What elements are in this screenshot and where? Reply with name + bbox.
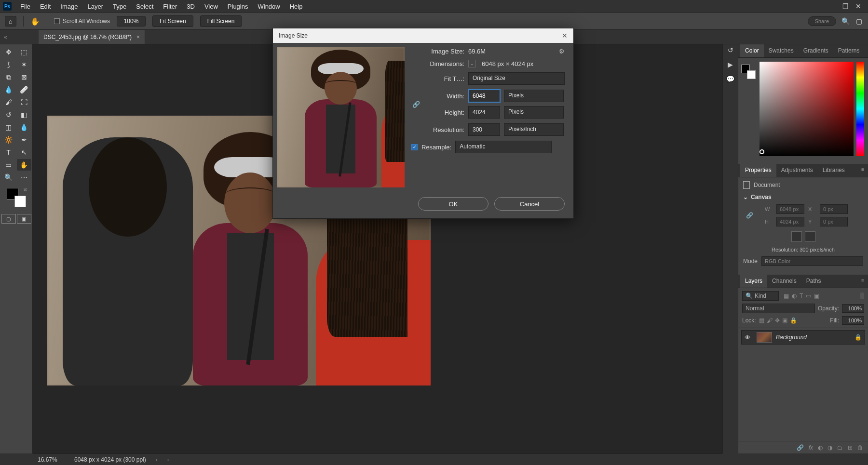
new-layer-icon[interactable]: ⊞ <box>848 444 853 451</box>
lock-paint-icon[interactable]: 🖌 <box>767 317 773 324</box>
panel-menu-icon[interactable]: ≡ <box>864 44 868 57</box>
history-brush-tool[interactable]: ↺ <box>1 109 16 120</box>
menu-layer[interactable]: Layer <box>83 1 108 12</box>
link-layers-icon[interactable]: 🔗 <box>797 444 804 451</box>
canvas-section-toggle[interactable]: ⌄ Canvas <box>743 194 863 200</box>
menu-image[interactable]: Image <box>55 1 82 12</box>
hand-tool[interactable]: ✋ <box>17 159 31 171</box>
hue-slider[interactable] <box>856 62 864 156</box>
menu-file[interactable]: File <box>15 1 35 12</box>
color-panel-swatches[interactable] <box>741 65 756 79</box>
width-unit-select[interactable]: Pixels <box>504 90 564 102</box>
tab-libraries[interactable]: Libraries <box>818 164 850 177</box>
lock-position-icon[interactable]: ✥ <box>775 317 780 324</box>
healing-tool[interactable]: 🩹 <box>17 84 31 95</box>
pen-tool[interactable]: ✒ <box>17 134 31 146</box>
dimensions-unit-toggle[interactable]: ⌄ <box>468 60 476 67</box>
layer-style-icon[interactable]: fx <box>809 444 813 451</box>
maximize-icon[interactable]: ❐ <box>842 2 849 10</box>
menu-3d[interactable]: 3D <box>182 1 200 12</box>
home-button[interactable]: ⌂ <box>5 16 16 27</box>
filter-adjust-icon[interactable]: ◐ <box>792 292 797 299</box>
standard-mode-icon[interactable]: ▢ <box>1 214 16 224</box>
crop-tool[interactable]: ⧉ <box>1 71 16 83</box>
adjustment-layer-icon[interactable]: ◑ <box>827 444 832 451</box>
scroll-all-windows-checkbox[interactable]: Scroll All Windows <box>54 18 110 25</box>
dialog-close-icon[interactable]: ✕ <box>562 32 568 40</box>
fit-screen-button[interactable]: Fit Screen <box>152 15 193 27</box>
dialog-preview[interactable] <box>277 47 405 187</box>
tab-swatches[interactable]: Swatches <box>764 44 799 57</box>
color-mode-select[interactable]: RGB Color <box>761 256 863 266</box>
frame-tool[interactable]: ⊠ <box>17 71 31 83</box>
zoom-tool[interactable]: 🔍 <box>1 172 16 183</box>
menu-edit[interactable]: Edit <box>35 1 55 12</box>
menu-help[interactable]: Help <box>285 1 308 12</box>
background-color[interactable] <box>14 196 26 207</box>
fill-field[interactable] <box>842 316 864 325</box>
link-wh-icon[interactable]: 🔗 <box>746 212 753 219</box>
status-doc-info[interactable]: 6048 px x 4024 px (300 ppi) <box>74 456 146 463</box>
move-tool[interactable]: ✥ <box>1 46 16 58</box>
tab-properties[interactable]: Properties <box>740 164 776 177</box>
chevron-right-icon[interactable]: › <box>156 456 158 463</box>
menu-plugins[interactable]: Plugins <box>223 1 253 12</box>
width-input[interactable] <box>468 90 500 102</box>
marquee-tool[interactable]: ⬚ <box>17 46 31 58</box>
document-tab[interactable]: DSC_2453.jpg @ 16.7% (RGB/8*) × <box>39 30 145 44</box>
panel-menu-icon[interactable]: ≡ <box>857 275 868 288</box>
layer-row-background[interactable]: 👁 Background 🔒 <box>741 330 865 345</box>
menu-type[interactable]: Type <box>108 1 131 12</box>
filter-smart-icon[interactable]: ▣ <box>814 292 819 299</box>
lock-transparent-icon[interactable]: ▦ <box>759 317 764 324</box>
close-icon[interactable]: ✕ <box>855 2 861 10</box>
brush-tool[interactable]: 🖌 <box>1 96 16 108</box>
foreground-background-swatch[interactable]: ⤭ <box>7 188 26 207</box>
tab-adjustments[interactable]: Adjustments <box>776 164 818 177</box>
fill-screen-button[interactable]: Fill Screen <box>200 15 242 27</box>
blur-tool[interactable]: 💧 <box>17 121 31 133</box>
menu-window[interactable]: Window <box>253 1 285 12</box>
quick-select-tool[interactable]: ✶ <box>17 59 31 70</box>
chevron-left-icon[interactable]: ‹ <box>167 456 169 463</box>
fit-to-select[interactable]: Original Size <box>468 72 565 85</box>
tab-expand-icon[interactable]: « <box>4 34 7 40</box>
new-group-icon[interactable]: 🗀 <box>837 444 843 451</box>
canvas-y-field[interactable] <box>820 217 848 226</box>
menu-view[interactable]: View <box>200 1 223 12</box>
gradient-tool[interactable]: ◫ <box>1 121 16 133</box>
resolution-input[interactable] <box>468 123 500 136</box>
cancel-button[interactable]: Cancel <box>494 197 565 211</box>
visibility-toggle-icon[interactable]: 👁 <box>745 334 751 341</box>
quick-mask-mode-icon[interactable]: ▣ <box>17 214 31 224</box>
resample-method-select[interactable]: Automatic <box>455 141 552 153</box>
actions-panel-icon[interactable]: ▶ <box>728 61 733 68</box>
layer-thumbnail[interactable] <box>757 332 772 343</box>
dodge-tool[interactable]: 🔆 <box>1 134 16 146</box>
search-icon[interactable]: 🔍 <box>841 17 850 25</box>
canvas-height-field[interactable] <box>776 217 804 226</box>
menu-select[interactable]: Select <box>131 1 158 12</box>
type-tool[interactable]: T <box>1 146 16 158</box>
gear-icon[interactable]: ⚙ <box>559 48 565 55</box>
history-panel-icon[interactable]: ↺ <box>728 46 733 54</box>
lock-artboard-icon[interactable]: ▣ <box>782 317 787 324</box>
filter-type-icon[interactable]: T <box>800 292 803 299</box>
hand-tool-icon[interactable]: ✋ <box>30 17 40 26</box>
workspace-arrange-icon[interactable]: ▢ <box>854 17 863 25</box>
tab-channels[interactable]: Channels <box>767 275 801 288</box>
opacity-field[interactable] <box>842 304 864 313</box>
panel-menu-icon[interactable]: ≡ <box>857 164 868 177</box>
height-unit-select[interactable]: Pixels <box>504 106 564 119</box>
minimize-icon[interactable]: — <box>829 2 836 10</box>
filter-shape-icon[interactable]: ▭ <box>806 292 811 299</box>
ok-button[interactable]: OK <box>418 197 488 211</box>
delete-layer-icon[interactable]: 🗑 <box>857 444 863 451</box>
tab-patterns[interactable]: Patterns <box>833 44 865 57</box>
resample-checkbox[interactable]: ✓ <box>411 144 418 150</box>
dialog-titlebar[interactable]: Image Size ✕ <box>273 28 573 43</box>
menu-filter[interactable]: Filter <box>158 1 182 12</box>
tab-color[interactable]: Color <box>740 44 764 57</box>
layer-mask-icon[interactable]: ◐ <box>818 444 823 451</box>
height-input[interactable] <box>468 106 500 119</box>
